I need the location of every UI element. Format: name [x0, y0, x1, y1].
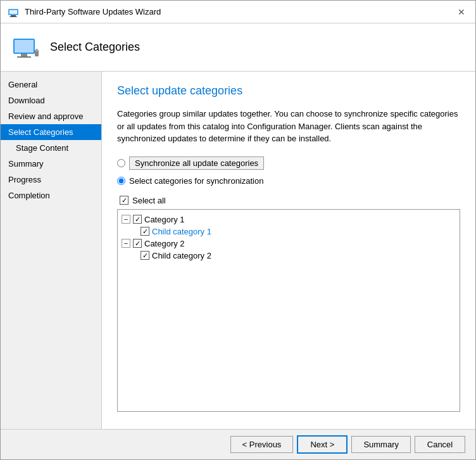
label-cat2: Category 2 [144, 239, 185, 248]
radio-group: Synchronize all update categories Select… [117, 157, 460, 186]
expander-cat2[interactable]: − [122, 239, 130, 248]
sidebar-item-progress[interactable]: Progress [1, 172, 101, 188]
svg-rect-6 [21, 54, 27, 56]
next-button[interactable]: Next > [297, 435, 348, 454]
header-icon [11, 32, 41, 63]
tree-item-cat2[interactable]: − Category 2 [118, 238, 460, 250]
svg-rect-1 [9, 10, 17, 14]
content-description: Categories group similar updates togethe… [117, 108, 460, 145]
expander-cat1[interactable]: − [122, 215, 130, 224]
header-section: Select Categories [1, 23, 475, 72]
body: General Download Review and approve Sele… [1, 72, 475, 429]
title-bar-left: Third-Party Software Updates Wizard [7, 6, 161, 18]
label-cat1: Category 1 [144, 215, 185, 224]
sidebar-item-completion[interactable]: Completion [1, 188, 101, 203]
label-child1: Child category 1 [152, 227, 211, 236]
sync-all-button[interactable]: Synchronize all update categories [129, 157, 264, 170]
radio-all[interactable] [117, 159, 125, 167]
svg-rect-7 [17, 56, 31, 58]
radio-option-all[interactable]: Synchronize all update categories [117, 157, 460, 170]
close-button[interactable]: ✕ [454, 4, 469, 20]
svg-rect-3 [9, 16, 17, 17]
radio-specific-label: Select categories for synchronization [129, 176, 263, 186]
checkbox-child2[interactable] [141, 251, 149, 260]
sidebar-item-general[interactable]: General [1, 77, 101, 93]
content-title: Select update categories [117, 84, 460, 98]
cancel-button[interactable]: Cancel [415, 436, 465, 453]
svg-rect-5 [15, 40, 34, 53]
tree-item-child1[interactable]: Child category 1 [118, 226, 460, 238]
sidebar-item-select-categories[interactable]: Select Categories [1, 124, 101, 140]
main-window: Third-Party Software Updates Wizard ✕ Se… [0, 0, 476, 460]
sidebar-item-stage-content[interactable]: Stage Content [1, 140, 101, 156]
label-child2: Child category 2 [152, 251, 211, 260]
sidebar: General Download Review and approve Sele… [1, 72, 102, 429]
title-bar: Third-Party Software Updates Wizard ✕ [1, 1, 475, 23]
sidebar-item-summary[interactable]: Summary [1, 156, 101, 172]
content-area: Select update categories Categories grou… [102, 72, 475, 429]
tree-item-child2[interactable]: Child category 2 [118, 250, 460, 262]
sidebar-item-download[interactable]: Download [1, 93, 101, 108]
previous-button[interactable]: < Previous [230, 436, 294, 453]
checkbox-child1[interactable] [141, 227, 149, 236]
select-all-row: Select all [120, 196, 460, 205]
summary-button[interactable]: Summary [351, 436, 411, 453]
radio-option-specific[interactable]: Select categories for synchronization [117, 176, 460, 186]
select-all-checkbox[interactable] [120, 196, 128, 205]
tree-item-cat1[interactable]: − Category 1 [118, 214, 460, 226]
checkbox-cat1[interactable] [133, 215, 142, 224]
footer: < Previous Next > Summary Cancel [1, 429, 475, 459]
wizard-icon [7, 6, 20, 18]
svg-rect-9 [35, 49, 38, 51]
select-all-label: Select all [132, 196, 166, 205]
radio-specific[interactable] [117, 177, 125, 185]
tree-container[interactable]: − Category 1 Child category 1 − Category… [117, 209, 460, 412]
header-title: Select Categories [50, 41, 140, 54]
svg-rect-2 [11, 15, 16, 16]
sidebar-item-review[interactable]: Review and approve [1, 108, 101, 124]
checkbox-cat2[interactable] [133, 239, 142, 248]
window-title: Third-Party Software Updates Wizard [25, 7, 161, 16]
